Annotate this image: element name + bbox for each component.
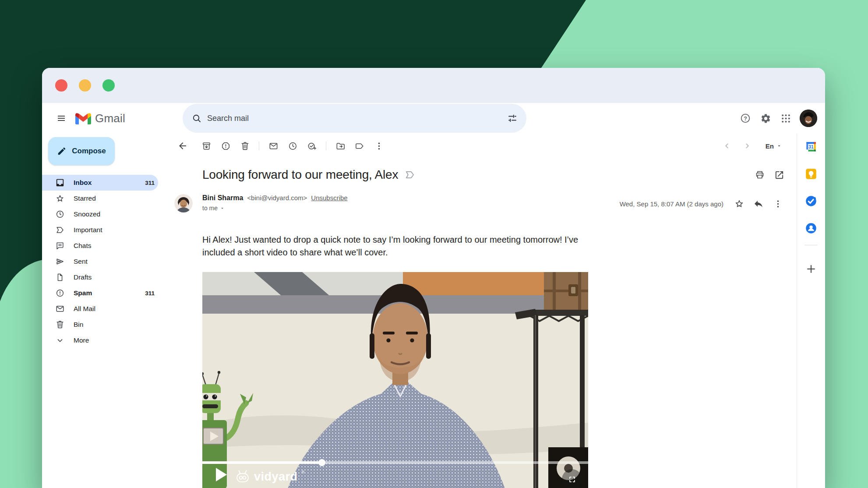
sidebar-item-starred[interactable]: Starred xyxy=(42,191,158,206)
archive-button[interactable] xyxy=(197,136,216,156)
sidebar-nav: Inbox 311 Starred Snoozed xyxy=(42,175,168,348)
move-to-button[interactable] xyxy=(331,136,350,156)
sidebar-item-bin[interactable]: Bin xyxy=(42,317,158,332)
sidebar-item-snoozed[interactable]: Snoozed xyxy=(42,206,158,222)
trash-icon xyxy=(240,141,250,151)
back-button[interactable] xyxy=(173,136,192,156)
sidebar-item-inbox[interactable]: Inbox 311 xyxy=(42,175,158,191)
spam-icon xyxy=(55,288,65,298)
contacts-panel-button[interactable] xyxy=(801,218,822,239)
vidyard-wordmark: vidyard xyxy=(254,470,298,484)
search-input[interactable] xyxy=(206,113,503,124)
send-icon xyxy=(55,257,65,266)
envelope-icon xyxy=(268,141,279,151)
tasks-icon xyxy=(804,194,818,208)
folder-move-icon xyxy=(335,141,346,151)
email-body: Hi Alex! Just wanted to drop a quick not… xyxy=(202,233,600,259)
plus-icon xyxy=(805,263,817,275)
browser-window: Gmail ? xyxy=(42,68,825,488)
toolbar-divider xyxy=(259,141,259,150)
help-button[interactable]: ? xyxy=(736,109,755,128)
newer-email-button[interactable] xyxy=(718,137,736,155)
fullscreen-button[interactable] xyxy=(562,469,582,488)
report-spam-button[interactable] xyxy=(216,136,235,156)
window-maximize-button[interactable] xyxy=(102,79,115,92)
window-minimize-button[interactable] xyxy=(79,79,91,92)
gmail-wordmark: Gmail xyxy=(95,112,125,125)
search-options-button[interactable] xyxy=(503,109,522,128)
gmail-sidebar: Compose Inbox 311 Starred xyxy=(42,134,168,488)
apps-grid-button[interactable] xyxy=(776,109,795,128)
recipient-dropdown[interactable]: to me xyxy=(202,205,348,212)
hamburger-icon xyxy=(56,113,67,124)
sidebar-item-sent[interactable]: Sent xyxy=(42,254,158,269)
companion-sidebar: 31 xyxy=(797,134,825,488)
unsubscribe-link[interactable]: Unsubscribe xyxy=(311,194,347,202)
vidyard-logo[interactable]: vidyard ® xyxy=(235,470,304,484)
compose-button[interactable]: Compose xyxy=(48,137,115,165)
kebab-icon xyxy=(374,141,384,151)
video-progress-played xyxy=(202,461,322,464)
sidebar-item-drafts[interactable]: Drafts xyxy=(42,269,158,285)
mail-icon xyxy=(55,304,65,314)
delete-button[interactable] xyxy=(235,136,254,156)
sender-address: <bini@vidyard.com> xyxy=(247,194,307,202)
get-addons-button[interactable] xyxy=(801,258,822,279)
tasks-panel-button[interactable] xyxy=(801,191,822,212)
calendar-panel-button[interactable]: 31 xyxy=(801,136,822,157)
older-email-button[interactable] xyxy=(738,137,756,155)
video-frame xyxy=(202,272,588,488)
play-icon xyxy=(216,468,227,481)
fullscreen-icon xyxy=(568,475,576,484)
pager: En xyxy=(718,137,782,155)
chevron-down-icon xyxy=(55,336,65,345)
search-icon xyxy=(191,113,202,124)
keep-panel-button[interactable] xyxy=(801,163,822,184)
account-avatar[interactable] xyxy=(800,110,817,127)
sidebar-item-chats[interactable]: Chats xyxy=(42,238,158,254)
main-menu-button[interactable] xyxy=(52,109,71,128)
desktop: { "window": { "controls": ["close", "min… xyxy=(0,0,868,488)
open-in-new-button[interactable] xyxy=(769,165,789,184)
chevron-right-icon xyxy=(742,141,752,151)
video-play-button[interactable] xyxy=(216,468,227,483)
snooze-button[interactable] xyxy=(283,136,302,156)
sidebar-item-important[interactable]: Important xyxy=(42,222,158,238)
window-close-button[interactable] xyxy=(55,79,67,92)
recipient-label: to me xyxy=(202,205,218,212)
draft-icon xyxy=(55,272,65,282)
video-player[interactable]: vidyard ® xyxy=(202,272,588,488)
add-to-tasks-button[interactable] xyxy=(302,136,321,156)
kebab-icon xyxy=(773,199,783,209)
email-pane: En Looking forward to our meeting, Alex xyxy=(168,134,797,488)
gmail-logo[interactable]: Gmail xyxy=(75,112,125,125)
language-dropdown[interactable]: En xyxy=(766,142,782,150)
sidebar-item-spam[interactable]: Spam 311 xyxy=(42,285,158,301)
inbox-count: 311 xyxy=(145,180,158,186)
email-toolbar: En xyxy=(168,134,797,158)
open-in-new-icon xyxy=(774,170,784,180)
search-button[interactable] xyxy=(187,109,206,128)
reply-button[interactable] xyxy=(749,194,768,213)
spam-count: 311 xyxy=(145,290,158,297)
video-progress-bar[interactable] xyxy=(202,461,588,464)
sender-row: Bini Sharma <bini@vidyard.com> Unsubscri… xyxy=(168,194,797,213)
chevron-left-icon xyxy=(722,141,732,151)
mark-unread-button[interactable] xyxy=(264,136,283,156)
video-progress-knob[interactable] xyxy=(318,459,325,466)
settings-button[interactable] xyxy=(756,109,775,128)
star-icon xyxy=(55,194,65,203)
sidebar-item-all-mail[interactable]: All Mail xyxy=(42,301,158,317)
vidyard-robot-icon xyxy=(235,470,251,484)
subject-row: Looking forward to our meeting, Alex xyxy=(168,158,797,188)
more-options-button[interactable] xyxy=(369,136,388,156)
inbox-icon xyxy=(55,178,65,187)
arrow-left-icon xyxy=(177,141,188,151)
print-button[interactable] xyxy=(750,165,769,184)
message-more-button[interactable] xyxy=(768,194,787,213)
reply-icon xyxy=(753,198,764,209)
star-button[interactable] xyxy=(730,194,749,213)
archive-icon xyxy=(201,141,212,151)
labels-button[interactable] xyxy=(350,136,369,156)
sidebar-item-more[interactable]: More xyxy=(42,332,158,348)
